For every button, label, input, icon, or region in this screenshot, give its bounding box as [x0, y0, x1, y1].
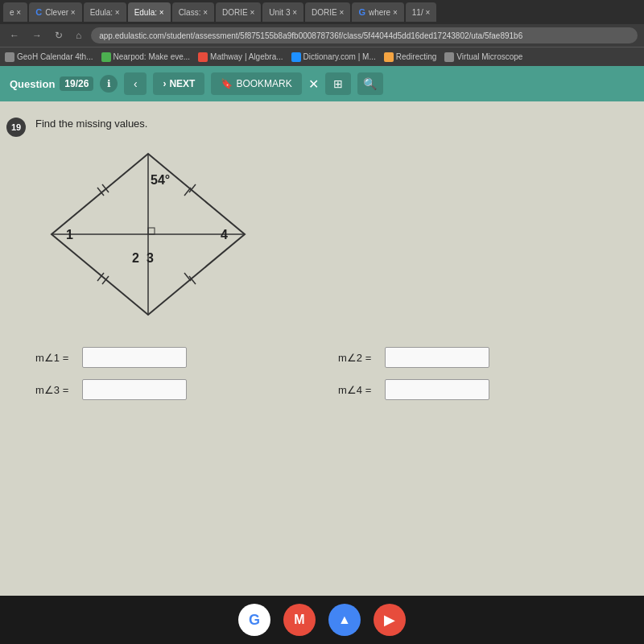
- bookmark-redirecting-icon: [384, 52, 394, 62]
- app-toolbar: Question 19/26 ℹ ‹ › NEXT 🔖 BOOKMARK ✕ ⊞…: [0, 66, 644, 101]
- answer-row-m3: m∠3 =: [35, 379, 306, 400]
- tab-clever-label: Clever ×: [45, 8, 76, 17]
- tab-11-label: 11/ ×: [412, 8, 431, 17]
- angle3-label: 3: [147, 251, 154, 265]
- answer-row-m4: m∠4 =: [338, 379, 609, 400]
- close-button[interactable]: ✕: [308, 76, 319, 92]
- m2-label: m∠2 =: [338, 352, 378, 364]
- bookmark-dictionary[interactable]: Dictionary.com | M...: [291, 52, 376, 62]
- info-button[interactable]: ℹ: [100, 75, 118, 93]
- gmail-logo: M: [294, 613, 304, 627]
- m1-label: m∠1 =: [35, 352, 76, 364]
- answer-row-m2: m∠2 =: [338, 347, 609, 368]
- prev-question-button[interactable]: ‹: [124, 72, 147, 95]
- bookmark-microscope-icon: [444, 52, 454, 62]
- main-content: 19 Find the missing values. 54°: [0, 101, 644, 596]
- address-bar: ← → ↻ ⌂: [0, 24, 644, 47]
- bookmark-nearpod-label: Nearpod: Make eve...: [114, 52, 191, 61]
- tab-unit3-label: Unit 3 ×: [269, 8, 297, 17]
- bookmark-mathway-icon: [198, 52, 208, 62]
- angle2-label: 2: [132, 251, 139, 265]
- tab-edula1[interactable]: Edula: ×: [84, 2, 126, 22]
- tab-where-label: where ×: [369, 8, 398, 17]
- angle1-label: 1: [66, 228, 73, 242]
- tab-bar: e × C Clever × Edula: × Edula: × Class: …: [0, 0, 644, 24]
- tab-clever-favicon: C: [35, 7, 42, 17]
- bookmark-redirecting-label: Redirecting: [396, 52, 437, 61]
- zoom-button[interactable]: 🔍: [357, 72, 383, 95]
- bookmark-nearpod-icon: [101, 52, 111, 62]
- given-angle-label: 54°: [151, 173, 170, 187]
- tab-clever[interactable]: C Clever ×: [29, 2, 81, 22]
- bookmark-microscope[interactable]: Virtual Microscope: [444, 52, 522, 62]
- tab-dorie1-label: DORIE ×: [222, 8, 254, 17]
- next-button[interactable]: › NEXT: [153, 72, 204, 95]
- google-logo: G: [249, 612, 260, 629]
- bookmark-dictionary-label: Dictionary.com | M...: [303, 52, 376, 61]
- grid-button[interactable]: ⊞: [325, 72, 351, 95]
- forward-button[interactable]: →: [29, 28, 45, 43]
- home-button[interactable]: ⌂: [72, 28, 85, 43]
- bookmark-redirecting[interactable]: Redirecting: [384, 52, 437, 62]
- tab-edula2-label: Edula: ×: [134, 8, 164, 17]
- angle4-label: 4: [221, 228, 228, 242]
- bookmark-geoh-label: GeoH Calendar 4th...: [17, 52, 93, 61]
- tab-dorie1[interactable]: DORIE ×: [216, 2, 261, 22]
- taskbar: G M ▲ ▶: [0, 596, 644, 644]
- question-text: Find the missing values.: [35, 118, 625, 130]
- m1-input[interactable]: [82, 347, 187, 368]
- question-number: 19: [6, 118, 26, 137]
- tab-dorie2-label: DORIE ×: [312, 8, 344, 17]
- tab-class-label: Class: ×: [179, 8, 208, 17]
- address-input[interactable]: [91, 27, 638, 43]
- m3-label: m∠3 =: [35, 384, 76, 396]
- bookmark-dictionary-icon: [291, 52, 301, 62]
- google-taskbar-icon[interactable]: G: [238, 604, 270, 636]
- tab-e[interactable]: e ×: [3, 2, 27, 22]
- diamond-svg: 54° 1 2 3 4: [43, 146, 253, 323]
- bookmark-icon: 🔖: [221, 78, 233, 89]
- bookmark-microscope-label: Virtual Microscope: [456, 52, 522, 61]
- bookmark-geoh[interactable]: GeoH Calendar 4th...: [5, 52, 93, 62]
- play-taskbar-icon[interactable]: ▶: [374, 604, 406, 636]
- tab-unit3[interactable]: Unit 3 ×: [262, 2, 303, 22]
- gmail-taskbar-icon[interactable]: M: [283, 604, 316, 636]
- answer-grid: m∠1 = m∠2 = m∠3 = m∠4 =: [19, 347, 625, 400]
- bookmarks-bar: GeoH Calendar 4th... Nearpod: Make eve..…: [0, 47, 644, 66]
- tab-dorie2[interactable]: DORIE ×: [305, 2, 350, 22]
- tab-where[interactable]: G where ×: [352, 2, 403, 22]
- tab-where-favicon: G: [358, 7, 365, 17]
- bookmark-mathway-label: Mathway | Algebra...: [210, 52, 283, 61]
- answer-row-m1: m∠1 =: [35, 347, 306, 368]
- back-button[interactable]: ←: [6, 28, 23, 43]
- tab-class[interactable]: Class: ×: [172, 2, 214, 22]
- m2-input[interactable]: [385, 347, 489, 368]
- tab-edula1-label: Edula: ×: [90, 8, 120, 17]
- drive-logo: ▲: [338, 613, 351, 627]
- question-counter: Question 19/26: [10, 76, 93, 91]
- bookmark-button[interactable]: 🔖 BOOKMARK: [211, 72, 301, 95]
- question-progress: 19/26: [60, 76, 93, 91]
- m4-input[interactable]: [385, 379, 489, 400]
- diamond-diagram: 54° 1 2 3 4: [43, 146, 625, 323]
- bookmark-mathway[interactable]: Mathway | Algebra...: [198, 52, 283, 62]
- tab-e-label: e ×: [10, 8, 21, 17]
- reload-button[interactable]: ↻: [52, 28, 66, 43]
- play-logo: ▶: [384, 611, 395, 629]
- svg-rect-11: [148, 228, 155, 234]
- next-arrow-icon: ›: [163, 78, 166, 89]
- tab-edula2[interactable]: Edula: ×: [128, 2, 171, 22]
- question-label: Question: [10, 78, 55, 90]
- bookmark-geoh-icon: [5, 52, 14, 62]
- drive-taskbar-icon[interactable]: ▲: [328, 604, 361, 636]
- bookmark-nearpod[interactable]: Nearpod: Make eve...: [101, 52, 191, 62]
- m3-input[interactable]: [82, 379, 187, 400]
- tab-11[interactable]: 11/ ×: [406, 2, 437, 22]
- m4-label: m∠4 =: [338, 384, 378, 396]
